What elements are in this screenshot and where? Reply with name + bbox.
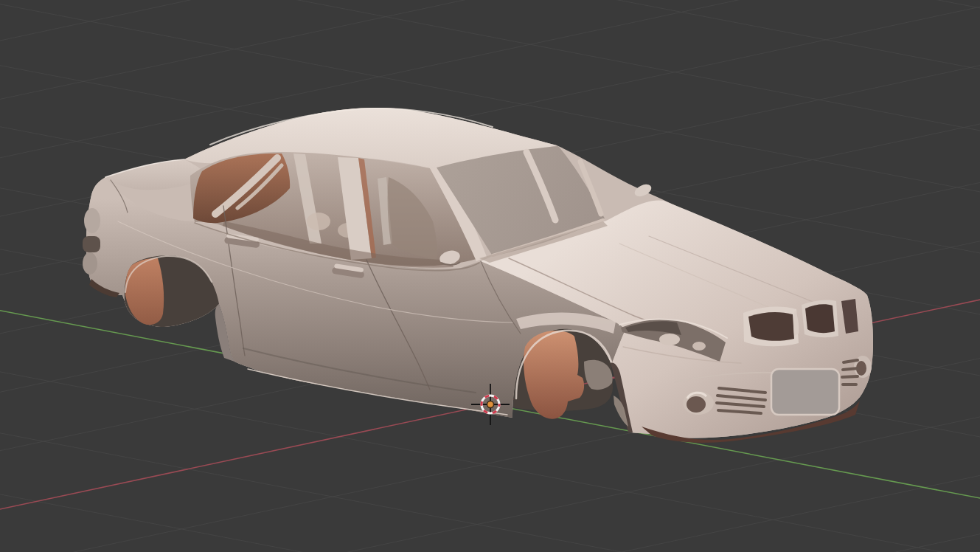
kidney-grille-right: [805, 304, 835, 333]
fog-lamp-left: [687, 396, 706, 413]
tail-lamp-upper: [84, 208, 100, 233]
headlight-projector: [659, 334, 680, 345]
tail-recess: [83, 236, 100, 252]
seat-headrest: [307, 213, 330, 230]
headlight-projector-small: [692, 342, 706, 351]
3d-viewport[interactable]: [0, 0, 980, 552]
tail-lamp-lower: [83, 252, 97, 275]
object-origin-dot: [487, 401, 494, 408]
lower-grille-panel: [771, 369, 839, 415]
kidney-grille-left: [748, 312, 794, 341]
viewport-canvas[interactable]: [0, 0, 980, 552]
